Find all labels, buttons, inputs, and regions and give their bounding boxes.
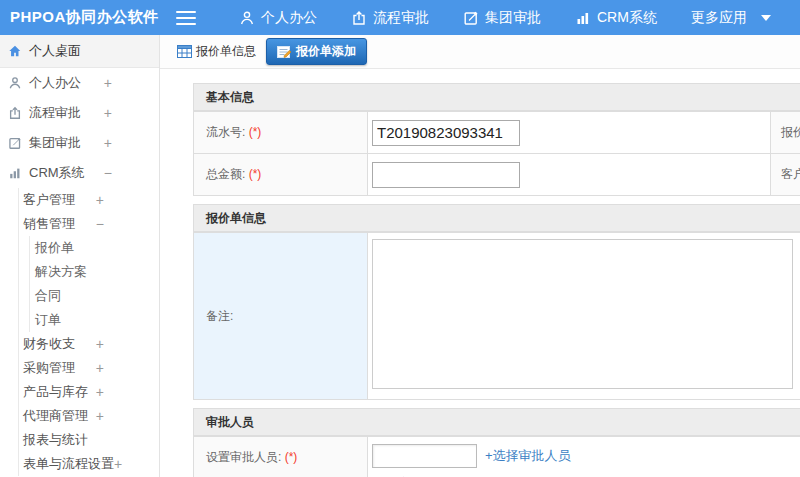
serial-field-cell: [368, 112, 771, 153]
required-marker: (*): [285, 450, 298, 464]
sidebar-item-sales-mgmt[interactable]: 销售管理 −: [19, 212, 159, 236]
topnav-label: 集团审批: [485, 9, 541, 27]
sidebar-item-label: 报表与统计: [23, 431, 88, 449]
sidebar-item-label: CRM系统: [29, 164, 85, 182]
topnav-label: CRM系统: [597, 9, 657, 27]
sidebar-item-label: 代理商管理: [23, 407, 88, 425]
expand-icon[interactable]: +: [96, 360, 104, 376]
tab-quotation-add[interactable]: 报价单添加: [266, 38, 367, 65]
table-icon: [177, 45, 192, 58]
sidebar: 个人桌面 个人办公 + 流程审批 + 集团审批 + CRM系统 − 客户管理 +: [0, 35, 160, 477]
approve-icon: [463, 10, 479, 26]
expand-icon[interactable]: +: [104, 75, 112, 91]
sidebar-item-form-process-settings[interactable]: 表单与流程设置 +: [19, 452, 159, 476]
caret-down-icon: [761, 15, 771, 21]
quotation-form: 基本信息 流水号: (*) 报价单名称: 总金额: (*): [193, 83, 800, 477]
approver-field-cell: +选择审批人员 提醒审批人员： 短消息提示 注：流程第一步审批人员，这里选择你的…: [368, 437, 800, 477]
remark-label: 备注:: [194, 233, 368, 399]
remark-textarea[interactable]: [372, 239, 793, 389]
total-input[interactable]: [372, 162, 520, 188]
form-row-approver: 设置审批人员: (*) +选择审批人员 提醒审批人员： 短消息提示 注：流程第一…: [194, 436, 800, 477]
sidebar-item-label: 解决方案: [35, 263, 87, 281]
topnav-crm-system[interactable]: CRM系统: [558, 0, 674, 35]
sidebar-item-label: 个人桌面: [29, 42, 81, 60]
tab-quotation-info[interactable]: 报价单信息: [173, 39, 260, 64]
serial-label: 流水号: (*): [194, 112, 368, 153]
choose-approver-link[interactable]: +选择审批人员: [485, 447, 571, 465]
form-row-total: 总金额: (*) 客户名称:: [194, 153, 800, 195]
expand-icon[interactable]: +: [96, 192, 104, 208]
collapse-icon[interactable]: −: [96, 216, 104, 232]
sidebar-item-label: 表单与流程设置: [23, 455, 114, 473]
sidebar-item-label: 流程审批: [29, 104, 81, 122]
chart-icon: [7, 166, 23, 180]
sidebar-item-product-inventory[interactable]: 产品与库存 +: [19, 380, 159, 404]
expand-icon[interactable]: +: [104, 135, 112, 151]
topnav-process-approval[interactable]: 流程审批: [334, 0, 446, 35]
total-label: 总金额: (*): [194, 154, 368, 195]
customer-label: 客户名称:: [771, 154, 800, 195]
approver-label: 设置审批人员: (*): [194, 437, 368, 477]
user-icon: [7, 76, 23, 90]
section-title: 报价单信息: [194, 205, 800, 232]
expand-icon[interactable]: +: [104, 105, 112, 121]
sidebar-item-agent-mgmt[interactable]: 代理商管理 +: [19, 404, 159, 428]
sidebar-item-customer-mgmt[interactable]: 客户管理 +: [19, 188, 159, 212]
expand-icon[interactable]: +: [96, 408, 104, 424]
crm-submenu: 客户管理 + 销售管理 − 报价单 解决方案 合同 订单 财务收支 +: [18, 188, 159, 476]
approve-icon: [7, 136, 23, 150]
sidebar-item-group-approval[interactable]: 集团审批 +: [0, 128, 159, 158]
topnav-label: 流程审批: [373, 9, 429, 27]
section-quotation-info: 报价单信息 备注:: [193, 204, 800, 400]
main-content: 报价单信息 报价单添加 基本信息 流水号: (*) 报价单名称:: [160, 35, 800, 477]
sidebar-item-label: 采购管理: [23, 359, 75, 377]
sidebar-item-purchase-mgmt[interactable]: 采购管理 +: [19, 356, 159, 380]
top-bar: PHPOA协同办公软件 个人办公 流程审批 集团审批: [0, 0, 800, 35]
chart-icon: [575, 10, 591, 26]
home-icon: [7, 44, 23, 58]
process-icon: [351, 10, 367, 26]
section-approval: 审批人员 设置审批人员: (*) +选择审批人员 提醒审批人员： 短消息提示: [193, 408, 800, 477]
sidebar-item-label: 产品与库存: [23, 383, 88, 401]
sidebar-item-order[interactable]: 订单: [30, 308, 159, 332]
total-field-cell: [368, 154, 771, 195]
sidebar-item-solution[interactable]: 解决方案: [30, 260, 159, 284]
app-title: PHPOA协同办公软件: [0, 8, 168, 27]
form-row-serial: 流水号: (*) 报价单名称:: [194, 111, 800, 153]
section-title: 基本信息: [194, 84, 800, 111]
section-basic-info: 基本信息 流水号: (*) 报价单名称: 总金额: (*): [193, 83, 800, 196]
sidebar-item-finance[interactable]: 财务收支 +: [19, 332, 159, 356]
top-navigation: 个人办公 流程审批 集团审批 CRM系统 更多应用: [222, 0, 788, 35]
sidebar-item-personal-desktop[interactable]: 个人桌面: [0, 35, 159, 68]
sidebar-item-personal-office[interactable]: 个人办公 +: [0, 68, 159, 98]
expand-icon[interactable]: +: [96, 336, 104, 352]
sidebar-item-label: 个人办公: [29, 74, 81, 92]
topnav-label: 更多应用: [691, 9, 747, 27]
section-title: 审批人员: [194, 409, 800, 436]
required-marker: (*): [249, 167, 262, 181]
sidebar-item-label: 订单: [35, 311, 61, 329]
hamburger-menu-icon[interactable]: [176, 11, 196, 25]
sidebar-item-crm-system[interactable]: CRM系统 −: [0, 158, 159, 188]
approver-input[interactable]: [372, 444, 477, 468]
serial-input[interactable]: [372, 120, 520, 146]
quote-name-label: 报价单名称:: [771, 112, 800, 153]
sidebar-item-label: 客户管理: [23, 191, 75, 209]
sales-submenu: 报价单 解决方案 合同 订单: [29, 236, 159, 332]
required-marker: (*): [249, 125, 262, 139]
sidebar-item-quotation[interactable]: 报价单: [30, 236, 159, 260]
topnav-group-approval[interactable]: 集团审批: [446, 0, 558, 35]
expand-icon[interactable]: +: [96, 384, 104, 400]
topnav-personal-office[interactable]: 个人办公: [222, 0, 334, 35]
sidebar-item-label: 集团审批: [29, 134, 81, 152]
form-add-icon: [277, 45, 292, 58]
sidebar-item-label: 合同: [35, 287, 61, 305]
sidebar-item-process-approval[interactable]: 流程审批 +: [0, 98, 159, 128]
sidebar-item-reports-stats[interactable]: 报表与统计: [19, 428, 159, 452]
collapse-icon[interactable]: −: [104, 165, 112, 181]
expand-icon[interactable]: +: [114, 456, 122, 472]
sidebar-item-contract[interactable]: 合同: [30, 284, 159, 308]
sidebar-item-label: 报价单: [35, 239, 74, 257]
topnav-more-apps[interactable]: 更多应用: [674, 0, 788, 35]
tab-label: 报价单添加: [296, 43, 356, 60]
